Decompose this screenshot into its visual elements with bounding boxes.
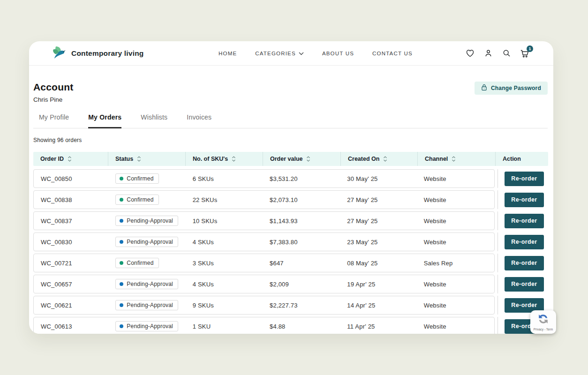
status-badge: Pending-Approval	[115, 279, 178, 289]
order-row-main: WC_00838 Confirmed 22 SKUs $2,073.10 27 …	[33, 190, 495, 209]
recaptcha-badge[interactable]: Privacy - Term	[530, 310, 556, 334]
table-row: WC_00657 Pending-Approval 4 SKUs $2,009 …	[33, 275, 548, 293]
reorder-button[interactable]: Re-order	[505, 172, 544, 186]
cell-status: Pending-Approval	[108, 216, 185, 226]
column-header-action: Action	[496, 152, 548, 166]
status-dot	[120, 324, 123, 328]
tabs: My Profile My Orders Wishlists Invoices	[33, 113, 548, 128]
cell-order-value: $1,143.93	[263, 218, 340, 225]
page-title: Account	[33, 82, 73, 93]
status-dot	[120, 240, 123, 244]
brand-name: Contemporary living	[71, 49, 144, 58]
cell-status: Confirmed	[108, 173, 185, 184]
cell-channel: Website	[417, 196, 494, 203]
cell-created-on: 23 May' 25	[340, 239, 416, 246]
table-row: WC_00837 Pending-Approval 10 SKUs $1,143…	[33, 211, 548, 230]
order-row-main: WC_00850 Confirmed 6 SKUs $3,531.20 30 M…	[33, 169, 495, 188]
wishlist-heart-icon[interactable]	[465, 48, 475, 59]
main-nav: HOME CATEGORIES ABOUT US CONTACT US	[216, 41, 415, 65]
cell-created-on: 08 May' 25	[340, 260, 416, 267]
nav-item-about-us[interactable]: ABOUT US	[319, 50, 357, 57]
cell-order-id: WC_00613	[34, 323, 108, 330]
column-header-status[interactable]: Status	[108, 152, 186, 166]
cell-status: Pending-Approval	[108, 321, 185, 331]
cell-order-id: WC_00850	[34, 175, 108, 182]
cell-order-value: $2,073.10	[263, 196, 340, 203]
nav-item-home[interactable]: HOME	[216, 50, 240, 57]
table-header: Order ID Status No. of SKU's Order value	[33, 152, 548, 166]
cell-action: Re-order	[498, 190, 548, 209]
search-icon[interactable]	[501, 48, 512, 59]
recaptcha-label: Privacy - Term	[534, 328, 553, 331]
status-badge: Confirmed	[115, 258, 158, 268]
status-dot	[120, 261, 123, 265]
status-badge: Confirmed	[115, 195, 158, 205]
cell-channel: Website	[417, 218, 494, 225]
sort-icon	[68, 156, 72, 162]
status-badge: Pending-Approval	[115, 321, 178, 331]
recaptcha-icon	[537, 313, 549, 327]
cell-channel: Sales Rep	[417, 260, 494, 267]
column-header-order-id[interactable]: Order ID	[33, 152, 108, 166]
reorder-button[interactable]: Re-order	[505, 235, 544, 249]
cell-status: Confirmed	[108, 195, 185, 205]
tab-invoices[interactable]: Invoices	[187, 113, 211, 128]
cell-created-on: 27 May' 25	[340, 196, 416, 203]
cell-channel: Website	[417, 175, 494, 182]
sort-icon	[383, 156, 387, 162]
nav-item-categories[interactable]: CATEGORIES	[252, 50, 307, 57]
cell-sku-count: 4 SKUs	[186, 239, 263, 246]
sort-icon	[452, 156, 456, 162]
cell-order-id: WC_00837	[34, 218, 108, 225]
cell-action: Re-order	[498, 275, 548, 293]
table-row: WC_00621 Pending-Approval 9 SKUs $2,227.…	[33, 296, 548, 315]
column-header-order-value[interactable]: Order value	[263, 152, 341, 166]
account-header: Account Chris Pine Change Password	[33, 82, 548, 103]
cell-sku-count: 6 SKUs	[186, 175, 263, 182]
reorder-button[interactable]: Re-order	[505, 193, 544, 207]
column-header-no-of-sku-s[interactable]: No. of SKU's	[186, 152, 263, 166]
cell-action: Re-order	[498, 232, 548, 251]
cell-channel: Website	[417, 302, 494, 309]
account-person-icon[interactable]	[483, 48, 493, 59]
cell-created-on: 30 May' 25	[340, 175, 416, 182]
cell-status: Confirmed	[108, 258, 185, 268]
status-dot	[120, 198, 123, 202]
lock-icon	[481, 84, 487, 92]
table-row: WC_00613 Pending-Approval 1 SKU $4.88 11…	[33, 317, 548, 334]
reorder-button[interactable]: Re-order	[505, 214, 544, 228]
hummingbird-logo-icon	[52, 46, 66, 61]
table-body: WC_00850 Confirmed 6 SKUs $3,531.20 30 M…	[33, 169, 548, 334]
cell-created-on: 19 Apr' 25	[340, 281, 416, 288]
cell-order-id: WC_00657	[34, 281, 108, 288]
status-badge: Pending-Approval	[115, 216, 178, 226]
reorder-button[interactable]: Re-order	[505, 277, 544, 292]
column-header-channel[interactable]: Channel	[418, 152, 496, 166]
cell-order-id: WC_00721	[34, 260, 108, 267]
change-password-button[interactable]: Change Password	[475, 82, 548, 95]
cell-sku-count: 3 SKUs	[186, 260, 263, 267]
column-header-created-on[interactable]: Created On	[341, 152, 418, 166]
tab-wishlists[interactable]: Wishlists	[141, 113, 167, 128]
cell-order-id: WC_00621	[34, 302, 108, 309]
top-navigation: Contemporary living HOME CATEGORIES ABOU…	[29, 41, 553, 66]
cell-order-value: $2,227.73	[263, 302, 340, 309]
cell-order-value: $3,531.20	[263, 175, 340, 182]
order-row-main: WC_00830 Pending-Approval 4 SKUs $7,383.…	[33, 232, 495, 251]
cell-sku-count: 4 SKUs	[186, 281, 263, 288]
order-row-main: WC_00613 Pending-Approval 1 SKU $4.88 11…	[33, 317, 495, 334]
sort-icon	[137, 156, 141, 162]
account-page-card: Contemporary living HOME CATEGORIES ABOU…	[29, 41, 553, 334]
cell-sku-count: 22 SKUs	[186, 196, 263, 203]
cell-status: Pending-Approval	[108, 279, 185, 289]
cell-status: Pending-Approval	[108, 237, 185, 247]
nav-item-contact-us[interactable]: CONTACT US	[369, 50, 415, 57]
reorder-button[interactable]: Re-order	[505, 256, 544, 270]
tab-my-profile[interactable]: My Profile	[39, 113, 69, 128]
order-row-main: WC_00837 Pending-Approval 10 SKUs $1,143…	[33, 211, 495, 230]
cell-order-value: $7,383.80	[263, 239, 340, 246]
status-dot	[120, 303, 123, 307]
cart-icon[interactable]: 1	[520, 48, 530, 59]
orders-summary: Showing 96 orders	[33, 137, 548, 143]
tab-my-orders[interactable]: My Orders	[88, 113, 121, 128]
